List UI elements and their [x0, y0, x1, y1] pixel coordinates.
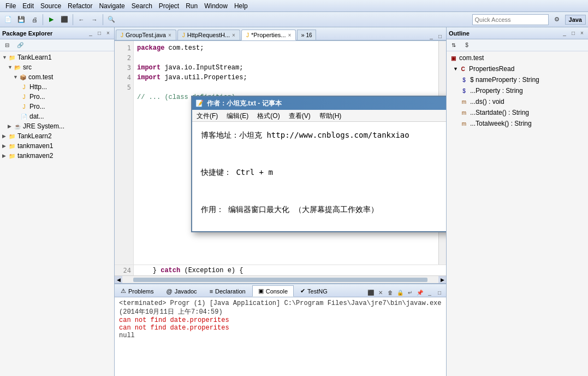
notepad-menu-file[interactable]: 文件(F) — [192, 110, 222, 121]
editor-h-scroll[interactable]: ◀ ▶ — [115, 275, 446, 283]
save-btn[interactable]: 💾 — [15, 14, 27, 26]
tab-label-http: HttpRequestH... — [187, 32, 230, 38]
editor-minimize-btn[interactable]: _ — [427, 32, 435, 40]
outline-hide-fields-btn[interactable]: $ — [461, 39, 473, 51]
tree-item-http[interactable]: J Http... — [0, 82, 114, 92]
line-num-4: 4 — [115, 73, 133, 83]
outline-item-method1[interactable]: m ...ds() : void — [447, 96, 588, 107]
bottom-tab-javadoc[interactable]: @ Javadoc — [160, 286, 203, 297]
tree-label-http: Http... — [29, 83, 47, 91]
tree-item-src[interactable]: ▼ 📂 src — [0, 62, 114, 72]
tab-grouptest[interactable]: J GroupTest.java × — [116, 30, 176, 40]
console-word-wrap-btn[interactable]: ↵ — [406, 288, 414, 297]
testng-icon: ✔ — [300, 287, 305, 295]
expand-arrow-tm1: ▶ — [2, 143, 8, 149]
back-btn[interactable]: ← — [75, 14, 87, 26]
tree-item-pro2[interactable]: J Pro... — [0, 102, 114, 111]
bottom-tab-declaration-label: Declaration — [215, 288, 246, 295]
tree-item-com-test[interactable]: ▼ 📦 com.test — [0, 72, 114, 82]
console-scroll-lock-btn[interactable]: 🔒 — [396, 288, 405, 297]
print-btn[interactable]: 🖨 — [28, 14, 40, 26]
tree-item-tankmaven1[interactable]: ▶ 📁 tankmaven1 — [0, 141, 114, 151]
outline-item-field1[interactable]: $ $ nameProperty : String — [447, 74, 588, 85]
run-btn[interactable]: ▶ — [45, 14, 57, 26]
bottom-tab-bar: ⚠ Problems @ Javadoc ≡ Declaration ▣ Con… — [115, 284, 446, 297]
expand-arrow-comtest: ▼ — [13, 74, 19, 80]
outline-item-method3[interactable]: m ...Totalweek() : String — [447, 118, 588, 129]
notepad-content[interactable]: 博客地址：小坦克 http://www.cnblogs.com/tankxiao… — [192, 122, 446, 231]
outline-close-btn[interactable]: × — [578, 30, 586, 37]
scroll-left-btn[interactable]: ◀ — [115, 276, 122, 284]
quick-access-input[interactable] — [472, 14, 549, 25]
console-clear-btn[interactable]: 🗑 — [386, 288, 395, 297]
minimize-panel-btn[interactable]: _ — [87, 30, 94, 37]
tree-item-jre[interactable]: ▶ ☕ JRE System... — [0, 121, 114, 131]
bottom-tab-declaration[interactable]: ≡ Declaration — [204, 286, 252, 297]
menu-edit[interactable]: Edit — [19, 1, 37, 11]
outline-item-method2[interactable]: m ...Startdate() : String — [447, 107, 588, 118]
menu-window[interactable]: Window — [201, 1, 231, 11]
tree-item-tanklearn2[interactable]: ▶ 📁 TankLearn2 — [0, 131, 114, 141]
tab-close-grouptest[interactable]: × — [168, 32, 171, 38]
menu-refactor[interactable]: Refactor — [64, 1, 96, 11]
outline-item-package[interactable]: ▣ com.test — [447, 52, 588, 63]
debug-btn[interactable]: ⬛ — [58, 14, 70, 26]
tab-properties[interactable]: J *Properties... × — [241, 30, 296, 40]
menu-search[interactable]: Search — [128, 1, 156, 11]
bottom-panel: ⚠ Problems @ Javadoc ≡ Declaration ▣ Con… — [115, 283, 446, 376]
link-editor-btn[interactable]: 🔗 — [14, 39, 26, 51]
notepad-menu-edit[interactable]: 编辑(E) — [222, 110, 253, 121]
toolbar: 📄 💾 🖨 ▶ ⬛ ← → 🔍 ⚙ Java — [0, 12, 588, 27]
console-pin-btn[interactable]: 📌 — [415, 288, 424, 297]
tree-label-src: src — [23, 63, 32, 71]
h-scroll-thumb[interactable] — [133, 278, 427, 282]
java-file-icon-http: J — [20, 83, 28, 91]
tab-httprequest[interactable]: J HttpRequestH... × — [177, 30, 240, 40]
notepad-menu-help[interactable]: 帮助(H) — [315, 110, 346, 121]
perspective-settings-btn[interactable]: ⚙ — [551, 14, 563, 26]
outline-minimize-btn[interactable]: _ — [561, 30, 568, 37]
menu-help[interactable]: Help — [231, 1, 251, 11]
expand-arrow-jre: ▶ — [8, 124, 13, 129]
console-terminate-btn[interactable]: ⬛ — [366, 288, 375, 297]
console-remove-btn[interactable]: ✕ — [376, 288, 385, 297]
tree-item-tanklearn1[interactable]: ▼ 📁 TankLearn1 — [0, 52, 114, 62]
editor-maximize-btn[interactable]: □ — [436, 32, 444, 40]
tree-item-pro1[interactable]: J Pro... — [0, 92, 114, 102]
menu-project[interactable]: Project — [156, 1, 182, 11]
bottom-tab-problems[interactable]: ⚠ Problems — [115, 285, 159, 297]
tree-item-dat[interactable]: 📄 dat... — [0, 111, 114, 121]
collapse-all-btn[interactable]: ⊟ — [1, 39, 13, 51]
editor-gutter: 1 2 3 4 5 — [115, 41, 134, 265]
outline-maximize-btn[interactable]: □ — [569, 30, 577, 37]
new-btn[interactable]: 📄 — [2, 14, 14, 26]
bottom-tab-testng[interactable]: ✔ TestNG — [294, 285, 334, 297]
close-panel-btn[interactable]: × — [104, 30, 112, 37]
outline-item-field2[interactable]: $ ...Property : String — [447, 85, 588, 96]
menu-run[interactable]: Run — [182, 1, 201, 11]
java-perspective-btn[interactable]: Java — [565, 15, 586, 25]
menu-source[interactable]: Source — [37, 1, 64, 11]
menu-navigate[interactable]: Navigate — [96, 1, 128, 11]
outline-item-class[interactable]: ▼ C PropertiesRead — [447, 63, 588, 74]
search-btn[interactable]: 🔍 — [105, 14, 117, 26]
jre-icon: ☕ — [13, 122, 22, 131]
outline-label-class: PropertiesRead — [469, 65, 514, 73]
tree-item-tankmaven2[interactable]: ▶ 📁 tankmaven2 — [0, 151, 114, 161]
console-maximize-btn[interactable]: □ — [435, 288, 444, 297]
notepad-menu-format[interactable]: 格式(O) — [253, 110, 284, 121]
tab-overflow-btn[interactable]: » 16 — [297, 30, 316, 40]
notepad-dialog: 📝 作者：小坦克.txt - 记事本 - □ × 文件(F) 编辑(E) 格式(… — [191, 96, 446, 232]
maximize-panel-btn[interactable]: □ — [96, 30, 103, 37]
menu-file[interactable]: File — [2, 1, 19, 11]
console-minimize-btn[interactable]: _ — [425, 288, 434, 297]
tab-close-http[interactable]: × — [232, 32, 235, 38]
fwd-btn[interactable]: → — [88, 14, 100, 26]
scroll-right-btn[interactable]: ▶ — [438, 276, 446, 284]
editor-code-area: 1 2 3 4 5 package com.test; import java.… — [115, 41, 446, 265]
package-icon: 📦 — [19, 73, 27, 81]
tab-close-props[interactable]: × — [288, 32, 292, 38]
notepad-menu-view[interactable]: 查看(V) — [284, 110, 315, 121]
bottom-tab-console[interactable]: ▣ Console — [252, 285, 294, 297]
outline-sort-btn[interactable]: ⇅ — [448, 39, 460, 51]
